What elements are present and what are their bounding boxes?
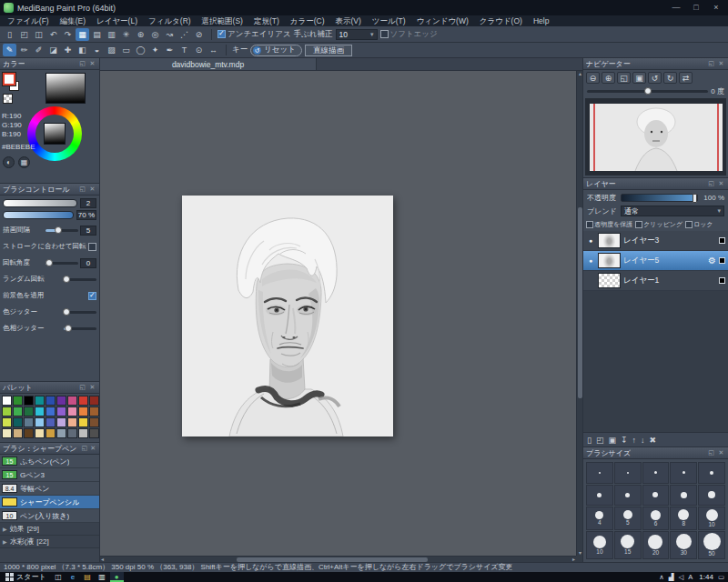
palette-swatch[interactable] (78, 406, 88, 416)
palette-swatch[interactable] (24, 406, 34, 416)
palette-swatch[interactable] (13, 396, 23, 406)
hue-wheel-inner-picker[interactable] (44, 123, 66, 145)
color-add-icon[interactable]: ▦ (18, 156, 30, 168)
document-tab[interactable]: davidbowie_mtv.mdp (100, 58, 317, 70)
palette-swatch[interactable] (56, 417, 66, 427)
palette-swatch[interactable] (2, 396, 12, 406)
vanish-snap-icon[interactable]: ⋰ (177, 28, 191, 41)
palette-swatch[interactable] (2, 417, 12, 427)
brush-size-cell[interactable] (698, 462, 725, 484)
zoom-fit-icon[interactable]: ◱ (617, 72, 631, 84)
delete-layer-icon[interactable]: ✖ (650, 436, 657, 445)
palette-swatch[interactable] (24, 428, 34, 438)
palette-swatch[interactable] (46, 428, 56, 438)
medibang-app-icon[interactable]: ● (110, 572, 124, 582)
layer-row[interactable]: ●レイヤー5⚙ (583, 251, 728, 271)
brush-opacity-bar[interactable] (3, 211, 74, 219)
eyedropper-tool-icon[interactable]: ⊙ (192, 44, 206, 56)
layer-down-icon[interactable]: ↓ (641, 436, 645, 445)
brush-setting-slider[interactable] (46, 226, 78, 235)
layer-option-checkbox[interactable]: 透明度を保護 (586, 220, 632, 229)
notification-icon[interactable]: ▭ (718, 573, 724, 581)
rotation-slider[interactable] (587, 87, 708, 95)
menu-item[interactable]: 表示(V) (330, 15, 367, 26)
palette-swatch[interactable] (46, 417, 56, 427)
explorer-icon[interactable]: ▤ (81, 572, 95, 582)
taskbar-clock[interactable]: 1:44 (699, 573, 713, 581)
menu-item[interactable]: レイヤー(L) (91, 15, 143, 26)
palette-swatch[interactable] (89, 428, 99, 438)
ellipse-snap-icon[interactable]: ◎ (148, 28, 162, 41)
palette-swatch[interactable] (67, 396, 77, 406)
brush-size-cell[interactable] (614, 462, 642, 484)
panel-close-icon[interactable]: ✕ (88, 60, 96, 67)
panel-close-icon[interactable]: ✕ (89, 445, 96, 452)
gradient-tool-icon[interactable]: ▨ (105, 44, 118, 56)
merge-layer-icon[interactable]: ↧ (621, 436, 628, 445)
panel-close-icon[interactable]: ✕ (88, 186, 96, 193)
airbrush-tool-icon[interactable]: ✐ (32, 44, 46, 56)
text-tool-icon[interactable]: T (177, 44, 191, 56)
brush-setting-slider[interactable] (64, 308, 96, 316)
palette-swatch[interactable] (13, 406, 23, 416)
palette-swatch[interactable] (24, 396, 34, 406)
menu-item[interactable]: 選択範囲(S) (197, 15, 248, 26)
open-folder-icon[interactable]: ◰ (17, 28, 31, 41)
palette-swatch[interactable] (2, 428, 12, 438)
transparent-color-swatch[interactable] (3, 94, 13, 104)
color-set-icon[interactable]: ◐ (3, 156, 15, 168)
panel-popout-icon[interactable]: ◱ (78, 186, 86, 193)
fill-tool-icon[interactable]: ◧ (76, 44, 89, 56)
palette-swatch[interactable] (2, 406, 12, 416)
layer-up-icon[interactable]: ↑ (632, 436, 637, 445)
move-tool-icon[interactable]: ✚ (61, 44, 75, 56)
layer-option-checkbox[interactable]: クリッピング (635, 220, 682, 229)
palette-swatch[interactable] (13, 417, 23, 427)
radial-snap-icon[interactable]: ⊛ (134, 28, 147, 41)
palette-swatch[interactable] (24, 417, 34, 427)
brush-size-cell[interactable] (698, 485, 725, 507)
canvas[interactable] (182, 196, 393, 436)
palette-swatch[interactable] (35, 428, 45, 438)
menu-item[interactable]: Help (528, 15, 554, 26)
grid-snap-icon[interactable]: ▤ (90, 28, 104, 41)
palette-swatch[interactable] (67, 406, 77, 416)
layer-settings-icon[interactable]: ⚙ (708, 256, 716, 266)
palette-swatch[interactable] (78, 417, 88, 427)
panel-close-icon[interactable]: ✕ (717, 180, 725, 187)
stabilizer-select[interactable]: 10 ▾ (336, 29, 378, 40)
straight-line-button[interactable]: 直線描画 (305, 45, 352, 56)
flip-view-icon[interactable]: ⇄ (679, 72, 693, 84)
panel-close-icon[interactable]: ✕ (88, 384, 96, 391)
panel-popout-icon[interactable]: ◱ (707, 60, 715, 67)
brush-setting-slider[interactable] (64, 325, 96, 333)
rotate-right-icon[interactable]: ↻ (663, 72, 677, 84)
hand-tool-icon[interactable]: ↔ (207, 44, 220, 56)
save-icon[interactable]: ◫ (32, 28, 46, 41)
menu-item[interactable]: クラウド(O) (474, 15, 528, 26)
panel-close-icon[interactable]: ✕ (717, 60, 725, 67)
hidden-icons-chevron-icon[interactable]: ∧ (659, 573, 664, 581)
palette-swatch[interactable] (56, 428, 66, 438)
brush-size-cell[interactable] (670, 485, 697, 507)
select-pen-icon[interactable]: ✒ (163, 44, 177, 56)
layer-row[interactable]: ●レイヤー3 (583, 231, 728, 251)
brush-size-cell[interactable]: 8 (670, 507, 697, 530)
start-button[interactable]: スタート (2, 572, 50, 582)
select-snap-icon[interactable]: ▦ (76, 28, 89, 41)
palette-swatch[interactable] (67, 417, 77, 427)
select-rect-icon[interactable]: ▭ (119, 44, 133, 56)
panel-close-icon[interactable]: ✕ (717, 449, 725, 457)
palette-swatch[interactable] (35, 406, 45, 416)
brush-size-cell[interactable]: 20 (642, 531, 670, 560)
layer-row[interactable]: レイヤー1 (583, 271, 728, 291)
bucket-tool-icon[interactable]: ◒ (90, 44, 104, 56)
menu-item[interactable]: ツール(T) (367, 15, 411, 26)
brush-size-cell[interactable] (642, 485, 670, 507)
volume-icon[interactable]: ◁ (679, 573, 684, 581)
store-icon[interactable]: ▥ (96, 572, 109, 582)
brush-list-item[interactable]: 10ペン(入り抜き) (0, 509, 99, 523)
palette-swatch[interactable] (46, 406, 56, 416)
brush-setting-checkbox[interactable] (88, 243, 96, 251)
curve-snap-icon[interactable]: ↝ (163, 28, 177, 41)
